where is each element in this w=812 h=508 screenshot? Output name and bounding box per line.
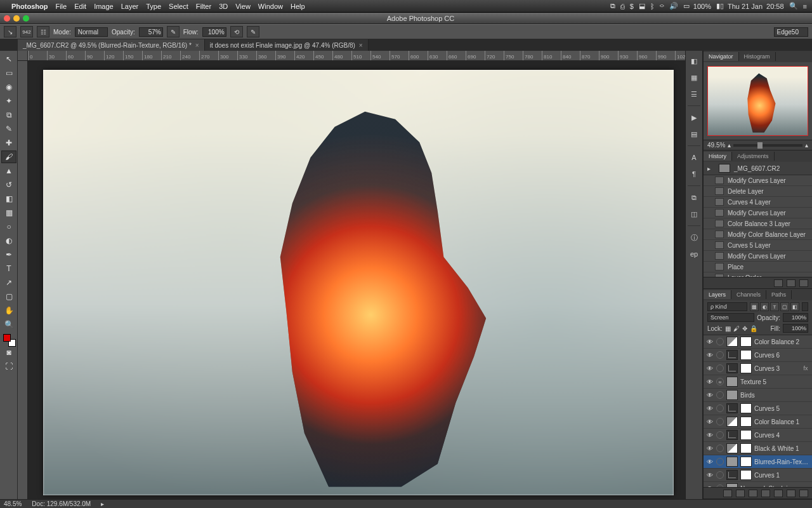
blend-mode-select[interactable]: Normal	[75, 27, 108, 37]
navigator-zoom-slider[interactable]	[733, 144, 802, 147]
menubar-date[interactable]: Thu 21 Jan	[728, 3, 763, 10]
new-group-icon[interactable]	[774, 490, 783, 497]
visibility-toggle[interactable]: 👁	[706, 432, 714, 439]
battery-icon[interactable]: ▮▯	[716, 2, 724, 10]
wifi-icon[interactable]: ⌔	[660, 3, 664, 10]
layer-mask-thumbnail[interactable]	[740, 443, 752, 453]
document-tab[interactable]: it does not exist Finale image.jpg @ 47.…	[205, 39, 369, 51]
fx-indicator[interactable]: fx	[802, 365, 809, 371]
filter-shape-icon[interactable]: ▢	[780, 302, 789, 311]
link-indicator[interactable]	[716, 458, 724, 465]
close-tab-icon[interactable]: ×	[195, 42, 199, 49]
layer-thumbnail[interactable]	[726, 350, 738, 360]
layer-mask-thumbnail[interactable]	[740, 417, 752, 427]
volume-icon[interactable]: 🔊	[669, 2, 678, 10]
close-window-button[interactable]	[4, 15, 10, 22]
layer-opacity-input[interactable]	[783, 313, 808, 322]
visibility-toggle[interactable]: 👁	[706, 472, 714, 479]
play-icon[interactable]: ▶	[688, 111, 700, 124]
history-brush-source-icon[interactable]: ▸	[707, 165, 715, 172]
gradient-tool[interactable]: ▦	[1, 206, 16, 219]
navigator-zoom-value[interactable]: 49.5%	[707, 142, 725, 149]
layers-tab[interactable]: Layers	[704, 290, 731, 299]
flow-input[interactable]	[202, 27, 226, 37]
heal-tool[interactable]: ✚	[1, 137, 16, 149]
menu-3d[interactable]: 3D	[219, 3, 228, 10]
visibility-toggle[interactable]: 👁	[706, 392, 714, 399]
character-panel-icon[interactable]: A	[688, 151, 700, 164]
filter-type-icon[interactable]: T	[770, 302, 779, 311]
layer-row[interactable]: 👁Blurred-Rain-Texture	[704, 455, 812, 469]
hand-tool[interactable]: ✋	[1, 304, 16, 317]
layer-row[interactable]: 👁Curves 5	[704, 402, 812, 415]
history-item[interactable]: Color Balance 3 Layer	[704, 218, 812, 229]
status-disclosure-icon[interactable]: ▸	[101, 500, 104, 507]
paragraph-panel-icon[interactable]: ¶	[688, 168, 700, 180]
visibility-toggle[interactable]: 👁	[706, 338, 714, 345]
history-item[interactable]: Modify Curves Layer	[704, 208, 812, 218]
close-tab-icon[interactable]: ×	[359, 42, 363, 49]
layer-row[interactable]: 👁Curves 6	[704, 349, 812, 362]
brush-panel-button[interactable]: ☷	[37, 26, 49, 37]
visibility-toggle[interactable]: 👁	[706, 418, 714, 425]
history-item[interactable]: Modify Curves Layer	[704, 175, 812, 186]
eraser-tool[interactable]: ◧	[1, 192, 16, 205]
layer-mask-icon[interactable]	[749, 490, 757, 497]
ep-panel-icon[interactable]: ep	[688, 248, 700, 260]
zoom-tool[interactable]: 🔍	[1, 318, 16, 331]
menu-window[interactable]: Window	[258, 3, 283, 10]
printer-icon[interactable]: ⎙	[620, 3, 625, 10]
link-layers-icon[interactable]	[723, 490, 732, 497]
layer-thumbnail[interactable]	[726, 403, 738, 413]
layer-mask-thumbnail[interactable]	[740, 403, 752, 413]
layer-mask-thumbnail[interactable]	[740, 350, 752, 360]
filter-smart-icon[interactable]: ◧	[790, 302, 799, 311]
history-item[interactable]: Layer Order	[704, 272, 812, 277]
layer-row[interactable]: 👁Curves 3fx	[704, 362, 812, 375]
pen-tool[interactable]: ✒	[1, 248, 16, 261]
lock-pixels-icon[interactable]: 🖌	[733, 325, 740, 332]
battery-percent[interactable]: 100%	[693, 3, 711, 10]
menu-help[interactable]: Help	[291, 3, 305, 10]
delete-state-icon[interactable]	[799, 279, 808, 287]
visibility-toggle[interactable]: 👁	[706, 405, 714, 412]
menu-image[interactable]: Image	[94, 3, 114, 10]
ruler-vertical[interactable]	[18, 61, 28, 499]
layer-name[interactable]: Birds	[740, 392, 809, 399]
visibility-toggle[interactable]: 👁	[706, 352, 714, 359]
zoom-window-button[interactable]	[23, 15, 29, 22]
link-indicator[interactable]	[716, 404, 724, 412]
path-tool[interactable]: ↗	[1, 276, 16, 289]
layer-name[interactable]: Black & White 1	[754, 445, 809, 452]
spotlight-icon[interactable]: 🔍	[789, 2, 798, 10]
paths-tab[interactable]: Paths	[766, 290, 792, 299]
layer-row[interactable]: 👁Birds	[704, 389, 812, 402]
layer-row[interactable]: 👁Curves 1	[704, 469, 812, 482]
filter-adjust-icon[interactable]: ◐	[760, 302, 769, 311]
color-swatches[interactable]	[3, 334, 15, 343]
link-indicator[interactable]: ∞	[716, 378, 724, 385]
size-pressure-button[interactable]: ✎	[247, 26, 259, 37]
blur-tool[interactable]: ○	[1, 220, 16, 233]
link-indicator[interactable]	[716, 364, 724, 372]
layer-thumbnail[interactable]	[726, 377, 738, 387]
menubar-time[interactable]: 20:58	[766, 3, 784, 10]
info-panel-icon[interactable]: ⓘ	[688, 231, 700, 244]
brush-preset-button[interactable]: 942	[20, 26, 33, 37]
status-zoom[interactable]: 48.5%	[4, 500, 22, 507]
layer-thumbnail[interactable]	[726, 443, 738, 453]
wand-tool[interactable]: ✦	[1, 95, 16, 107]
menu-type[interactable]: Type	[146, 3, 161, 10]
new-document-from-state-icon[interactable]	[787, 279, 796, 287]
move-tool[interactable]: ↖	[1, 53, 16, 65]
blend-mode-select[interactable]: Screen	[707, 313, 754, 322]
history-brush-tool[interactable]: ↺	[1, 178, 16, 191]
link-indicator[interactable]	[716, 338, 724, 345]
layer-mask-thumbnail[interactable]	[740, 470, 752, 480]
layer-thumbnail[interactable]	[726, 470, 738, 480]
history-item[interactable]: Modify Curves Layer	[704, 251, 812, 262]
status-doc-info[interactable]: Doc: 129.6M/532.0M	[32, 500, 91, 507]
menu-view[interactable]: View	[235, 3, 251, 10]
layer-thumbnail[interactable]	[726, 390, 738, 400]
history-item[interactable]: Modify Color Balance Layer	[704, 229, 812, 240]
